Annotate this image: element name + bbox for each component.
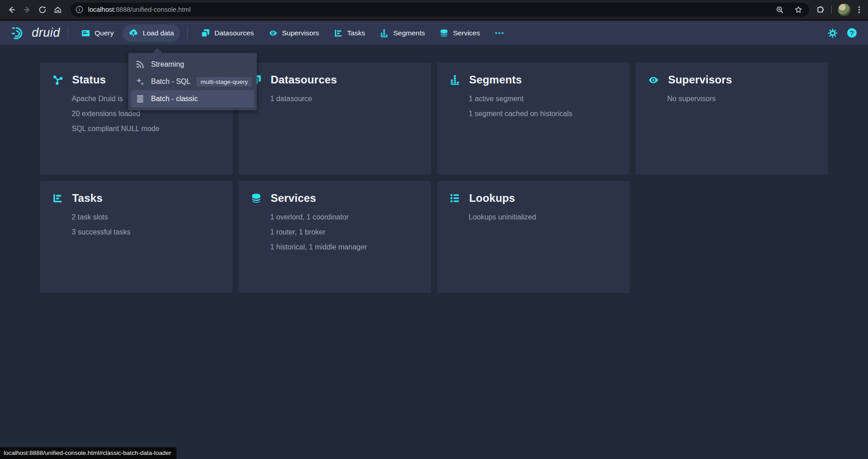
nav-item-load-data[interactable]: Load data bbox=[122, 24, 180, 42]
settings-gear-icon[interactable] bbox=[828, 28, 838, 38]
more-dots-icon bbox=[494, 29, 504, 38]
card-line: 1 datasource bbox=[270, 91, 424, 106]
card-title: Supervisors bbox=[668, 73, 732, 86]
menu-item-batch-sql[interactable]: Batch - SQL multi-stage-query bbox=[131, 73, 254, 90]
datasources-icon bbox=[201, 29, 210, 38]
menu-item-label: Batch - SQL bbox=[151, 78, 190, 86]
feed-icon bbox=[136, 60, 145, 69]
query-icon bbox=[81, 29, 90, 38]
nav-item-tasks[interactable]: Tasks bbox=[328, 24, 371, 42]
nav-item-services[interactable]: Services bbox=[434, 24, 486, 42]
card-line: 1 segment cached on historicals bbox=[469, 106, 623, 121]
reload-button[interactable] bbox=[34, 2, 50, 17]
chrome-menu-icon[interactable] bbox=[855, 5, 863, 14]
database-icon bbox=[439, 29, 449, 38]
card-title: Datasources bbox=[271, 73, 337, 86]
druid-navbar: druid Query Load data Datasources Superv… bbox=[0, 21, 868, 45]
cloud-upload-icon bbox=[128, 28, 138, 38]
window-seam bbox=[0, 19, 868, 21]
link-preview-statusbar: localhost:8888/unified-console.html#clas… bbox=[0, 447, 176, 459]
card-line: 3 successful tasks bbox=[72, 225, 225, 239]
toolbar-divider bbox=[831, 5, 832, 14]
load-data-menu: Streaming Batch - SQL multi-stage-query … bbox=[128, 53, 257, 110]
profile-avatar[interactable] bbox=[838, 4, 850, 16]
eye-icon bbox=[648, 74, 659, 86]
card-title: Status bbox=[72, 73, 106, 86]
menu-item-label: Batch - classic bbox=[151, 95, 198, 103]
menu-item-batch-classic[interactable]: Batch - classic bbox=[131, 90, 254, 107]
nav-item-datasources[interactable]: Datasources bbox=[195, 24, 260, 42]
lookups-card[interactable]: Lookups Lookups uninitialized bbox=[437, 181, 630, 293]
nav-more-button[interactable] bbox=[488, 24, 510, 42]
zoom-page-icon[interactable] bbox=[775, 5, 784, 14]
card-line: 1 overlord, 1 coordinator bbox=[270, 210, 424, 225]
nav-item-supervisors[interactable]: Supervisors bbox=[263, 24, 325, 42]
nav-divider bbox=[68, 27, 68, 39]
card-line: SQL compliant NULL mode bbox=[72, 121, 225, 136]
site-info-icon[interactable] bbox=[75, 5, 83, 14]
card-line: 1 historical, 1 middle manager bbox=[270, 239, 424, 254]
database-icon bbox=[251, 193, 262, 204]
forward-button[interactable] bbox=[19, 2, 34, 17]
nav-divider bbox=[187, 27, 188, 39]
nav-item-query[interactable]: Query bbox=[75, 24, 120, 42]
card-line: No supervisors bbox=[667, 91, 821, 106]
back-button[interactable] bbox=[4, 2, 19, 17]
bar-chart-icon bbox=[380, 29, 389, 38]
card-line: 2 task slots bbox=[72, 210, 225, 225]
address-bar[interactable]: localhost:8888/unified-console.html bbox=[71, 3, 809, 17]
eye-icon bbox=[268, 29, 278, 38]
card-line: 1 active segment bbox=[469, 91, 623, 106]
brand-name: druid bbox=[32, 26, 60, 40]
bookmark-star-icon[interactable] bbox=[794, 5, 803, 14]
help-icon[interactable]: ? bbox=[847, 28, 857, 38]
nav-item-segments[interactable]: Segments bbox=[374, 24, 431, 42]
extensions-icon[interactable] bbox=[815, 5, 825, 15]
url-text: localhost:8888/unified-console.html bbox=[88, 6, 191, 13]
nav-item-label: Services bbox=[453, 29, 480, 37]
browser-toolbar: localhost:8888/unified-console.html bbox=[0, 0, 868, 19]
multi-stage-query-tag: multi-stage-query bbox=[196, 77, 252, 87]
card-title: Segments bbox=[469, 73, 522, 86]
card-title: Tasks bbox=[72, 192, 102, 205]
datasources-card[interactable]: Datasources 1 datasource bbox=[239, 63, 431, 175]
nav-item-label: Segments bbox=[393, 29, 425, 37]
nav-item-label: Load data bbox=[143, 29, 174, 37]
sparkle-icon bbox=[136, 77, 145, 86]
card-title: Services bbox=[271, 192, 316, 205]
svg-text:?: ? bbox=[850, 29, 854, 37]
services-card[interactable]: Services 1 overlord, 1 coordinator 1 rou… bbox=[239, 181, 431, 293]
card-line: 1 router, 1 broker bbox=[270, 225, 424, 239]
tasks-card[interactable]: Tasks 2 task slots 3 successful tasks bbox=[40, 181, 233, 293]
nav-item-label: Datasources bbox=[215, 29, 254, 37]
bar-chart-icon bbox=[449, 74, 460, 85]
card-title: Lookups bbox=[469, 192, 515, 205]
graph-icon bbox=[52, 74, 63, 85]
gantt-icon bbox=[52, 193, 63, 204]
supervisors-card[interactable]: Supervisors No supervisors bbox=[635, 63, 828, 175]
nav-item-label: Tasks bbox=[347, 29, 366, 37]
segments-card[interactable]: Segments 1 active segment 1 segment cach… bbox=[437, 63, 630, 175]
home-button[interactable] bbox=[50, 2, 65, 17]
menu-lines-icon bbox=[136, 94, 145, 103]
druid-logo-icon bbox=[11, 25, 27, 41]
nav-item-label: Query bbox=[95, 29, 114, 37]
menu-item-streaming[interactable]: Streaming bbox=[131, 56, 254, 73]
nav-item-label: Supervisors bbox=[282, 29, 319, 37]
card-line: Lookups uninitialized bbox=[469, 210, 623, 225]
list-icon bbox=[449, 193, 460, 204]
gantt-icon bbox=[334, 29, 343, 38]
menu-item-label: Streaming bbox=[151, 60, 184, 68]
druid-logo[interactable]: druid bbox=[11, 25, 60, 41]
